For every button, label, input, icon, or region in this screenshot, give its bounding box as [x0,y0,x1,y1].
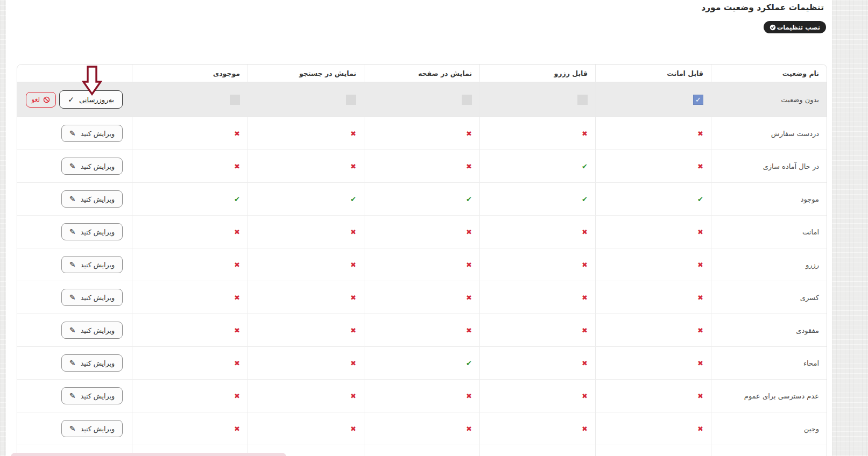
cross-icon: ✖ [350,228,356,236]
row-actions-cell: ✎ویرایش کنید [17,412,132,445]
show-in-page-cell [364,82,479,117]
show-in-search-cell: ✖ [248,216,364,248]
header-label: قابل رزرو [554,69,588,77]
row-actions-cell: ✎ویرایش کنید [17,281,132,314]
check-icon: ✔ [466,195,472,203]
edit-button[interactable]: ✎ویرایش کنید [61,223,123,240]
cross-icon: ✖ [350,326,356,334]
reservable-cell [479,82,595,117]
reservable-cell: ✖ [479,248,595,281]
pencil-icon: ✎ [69,195,76,203]
reservable-cell: ✔ [479,183,595,215]
edit-button[interactable]: ✎ویرایش کنید [61,387,123,404]
edit-button[interactable]: ✎ویرایش کنید [61,190,123,208]
stock-cell: ✖ [132,380,248,412]
show-in-page-cell: ✔ [364,347,479,379]
update-button[interactable]: ✓به‌روزرسانی [59,90,123,109]
show-in-search-cell [248,82,364,117]
edit-button-label: ویرایش کنید [81,261,115,269]
status-name-cell: رزرو [711,248,827,281]
status-name: عدم دسترسی برای عموم [744,392,819,400]
edit-button-label: ویرایش کنید [81,392,115,400]
cross-icon: ✖ [350,162,356,170]
status-name: وجین [804,425,819,433]
pencil-icon: ✎ [69,294,76,301]
cross-icon: ✖ [582,392,588,400]
reservable-cell: ✖ [479,347,595,379]
cross-icon: ✖ [697,425,703,433]
table-row: در حال آماده سازی✖✔✖✖✖✎ویرایش کنید [17,150,827,183]
header-label: نام وضعیت [782,69,819,77]
loanable-checkbox[interactable]: ✓ [693,95,703,105]
status-name-cell: عدم دسترسی برای عموم [711,380,827,412]
cross-icon: ✖ [350,392,356,400]
edit-button[interactable]: ✎ویرایش کنید [61,420,123,437]
edit-button[interactable]: ✎ویرایش کنید [61,289,123,306]
stock-cell: ✖ [132,412,248,445]
reservable-cell: ✖ [479,216,595,248]
status-name: امانت [802,228,819,236]
show-in-page-cell: ✖ [364,117,479,149]
show-in-page-checkbox[interactable] [462,95,472,105]
install-settings-button[interactable]: نصب تنظیمات [764,21,826,33]
show-in-page-cell: ✔ [364,183,479,215]
edit-button[interactable]: ✎ویرایش کنید [61,322,123,339]
loanable-cell: ✖ [595,150,711,182]
cross-icon: ✖ [697,228,703,236]
show-in-search-cell: ✖ [248,347,364,379]
cross-icon: ✖ [582,294,588,302]
check-icon: ✓ [68,95,74,104]
cross-icon: ✖ [234,130,240,138]
table-row: کسری✖✖✖✖✖✎ویرایش کنید [17,281,827,314]
status-name-cell: در حال آماده سازی [711,150,827,182]
check-icon: ✔ [697,195,703,203]
show-in-search-cell: ✔ [248,183,364,215]
empty-cell [364,445,479,456]
table-header-row: نام وضعیتقابل امانتقابل رزرونمایش در صفح… [17,65,827,82]
show-in-search-checkbox[interactable] [346,95,356,105]
show-in-page-cell: ✖ [364,150,479,182]
header-cell-show-in-search: نمایش در جستجو [248,65,364,82]
reservable-checkbox[interactable] [577,95,588,105]
header-cell-reservable: قابل رزرو [479,65,595,82]
stock-checkbox[interactable] [230,95,240,105]
table-row: موجود✔✔✔✔✔✎ویرایش کنید [17,183,827,216]
check-icon: ✔ [350,195,356,203]
edit-button[interactable]: ✎ویرایش کنید [61,354,123,372]
cross-icon: ✖ [234,392,240,400]
cancel-button[interactable]: لغو [26,92,57,108]
loanable-cell: ✖ [595,314,711,346]
empty-cell [711,445,827,456]
show-in-search-cell: ✖ [248,150,364,182]
show-in-search-cell: ✖ [248,281,364,314]
check-icon: ✔ [582,195,588,203]
cross-icon: ✖ [466,425,472,433]
loanable-cell: ✖ [595,216,711,248]
pencil-icon: ✎ [69,425,76,432]
edit-button[interactable]: ✎ویرایش کنید [61,158,123,175]
pencil-icon: ✎ [69,392,76,400]
loanable-cell: ✓ [595,82,711,117]
status-name: دردست سفارش [771,130,819,138]
cross-icon: ✖ [582,326,588,334]
reservable-cell: ✖ [479,314,595,346]
loanable-cell: ✖ [595,248,711,281]
pencil-icon: ✎ [69,130,76,137]
page-title: تنظیمات عملکرد وضعیت مورد [701,3,824,12]
stock-cell [132,82,248,117]
check-icon: ✔ [234,195,240,203]
table-row: رزرو✖✖✖✖✖✎ویرایش کنید [17,248,827,281]
header-label: نمایش در جستجو [299,69,356,77]
edit-button[interactable]: ✎ویرایش کنید [61,125,123,142]
cross-icon: ✖ [582,261,588,269]
loanable-cell: ✖ [595,347,711,379]
cross-icon: ✖ [350,294,356,302]
cross-icon: ✖ [234,359,240,367]
install-settings-label: نصب تنظیمات [777,24,820,31]
edit-button[interactable]: ✎ویرایش کنید [61,256,123,273]
row-actions-cell: ✎ویرایش کنید [17,347,132,379]
cross-icon: ✖ [582,130,588,138]
pencil-icon: ✎ [69,326,76,334]
stock-cell: ✔ [132,183,248,215]
cross-icon: ✖ [234,326,240,334]
